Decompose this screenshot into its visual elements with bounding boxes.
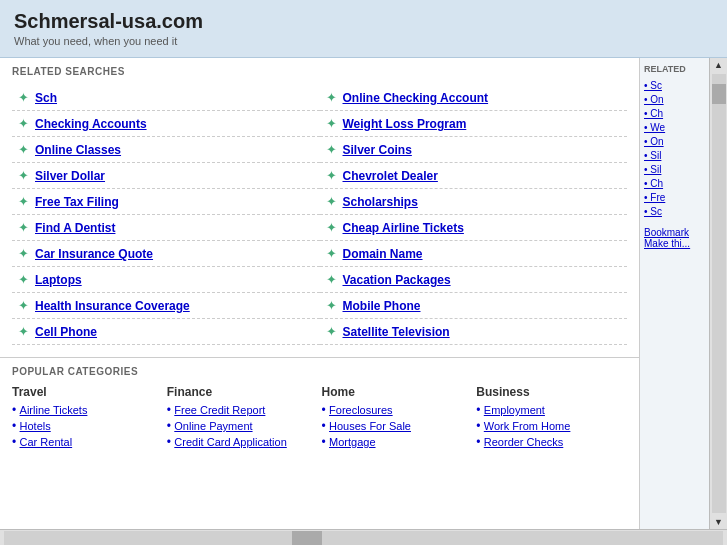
sidebar-link[interactable]: • Fre bbox=[644, 192, 705, 203]
h-scroll-thumb[interactable] bbox=[292, 531, 322, 545]
link-silver-coins[interactable]: Silver Coins bbox=[343, 143, 412, 157]
link-sch[interactable]: Sch bbox=[35, 91, 57, 105]
link-chevrolet-dealer[interactable]: Chevrolet Dealer bbox=[343, 169, 438, 183]
link-reorder-checks[interactable]: Reorder Checks bbox=[484, 436, 563, 448]
scroll-up-button[interactable]: ▲ bbox=[712, 58, 725, 72]
link-houses-for-sale[interactable]: Houses For Sale bbox=[329, 420, 411, 432]
link-free-credit-report[interactable]: Free Credit Report bbox=[174, 404, 265, 416]
list-item: ✦ Silver Dollar bbox=[12, 163, 320, 189]
right-sidebar-title: RELATED bbox=[644, 64, 705, 74]
list-item: Free Credit Report bbox=[167, 403, 318, 417]
arrow-icon: ✦ bbox=[326, 272, 337, 287]
list-item: Foreclosures bbox=[322, 403, 473, 417]
link-hotels[interactable]: Hotels bbox=[20, 420, 51, 432]
link-checking-accounts[interactable]: Checking Accounts bbox=[35, 117, 147, 131]
list-item: ✦ Find A Dentist bbox=[12, 215, 320, 241]
link-online-payment[interactable]: Online Payment bbox=[174, 420, 252, 432]
list-item: ✦ Sch bbox=[12, 85, 320, 111]
link-cheap-airline-tickets[interactable]: Cheap Airline Tickets bbox=[343, 221, 464, 235]
list-item: Hotels bbox=[12, 419, 163, 433]
vertical-scrollbar[interactable]: ▲ ▼ bbox=[709, 58, 727, 529]
arrow-icon: ✦ bbox=[326, 324, 337, 339]
link-work-from-home[interactable]: Work From Home bbox=[484, 420, 571, 432]
link-vacation-packages[interactable]: Vacation Packages bbox=[343, 273, 451, 287]
list-item: Car Rental bbox=[12, 435, 163, 449]
link-weight-loss-program[interactable]: Weight Loss Program bbox=[343, 117, 467, 131]
horizontal-scrollbar[interactable] bbox=[0, 529, 727, 545]
list-item: ✦ Laptops bbox=[12, 267, 320, 293]
list-item: ✦ Car Insurance Quote bbox=[12, 241, 320, 267]
list-item: ✦ Health Insurance Coverage bbox=[12, 293, 320, 319]
link-cell-phone[interactable]: Cell Phone bbox=[35, 325, 97, 339]
popular-categories-title: POPULAR CATEGORIES bbox=[12, 366, 627, 377]
sidebar-link[interactable]: • Sil bbox=[644, 164, 705, 175]
scroll-track bbox=[712, 74, 726, 513]
category-home-title: Home bbox=[322, 385, 473, 399]
link-foreclosures[interactable]: Foreclosures bbox=[329, 404, 393, 416]
list-item: Work From Home bbox=[476, 419, 627, 433]
arrow-icon: ✦ bbox=[18, 272, 29, 287]
bookmark-link[interactable]: Bookmark Make thi... bbox=[644, 227, 705, 249]
list-item: Online Payment bbox=[167, 419, 318, 433]
category-home: Home Foreclosures Houses For Sale Mortga… bbox=[322, 385, 473, 451]
list-item: ✦ Cell Phone bbox=[12, 319, 320, 345]
header: Schmersal-usa.com What you need, when yo… bbox=[0, 0, 727, 58]
arrow-icon: ✦ bbox=[326, 168, 337, 183]
site-title: Schmersal-usa.com bbox=[14, 10, 713, 33]
link-credit-card-application[interactable]: Credit Card Application bbox=[174, 436, 287, 448]
link-online-checking-account[interactable]: Online Checking Account bbox=[343, 91, 489, 105]
arrow-icon: ✦ bbox=[326, 90, 337, 105]
sidebar-link[interactable]: • We bbox=[644, 122, 705, 133]
link-domain-name[interactable]: Domain Name bbox=[343, 247, 423, 261]
arrow-icon: ✦ bbox=[18, 168, 29, 183]
sidebar-link[interactable]: • Ch bbox=[644, 178, 705, 189]
right-sidebar: RELATED • Sc • On • Ch • We • On • Sil •… bbox=[639, 58, 709, 529]
link-health-insurance-coverage[interactable]: Health Insurance Coverage bbox=[35, 299, 190, 313]
arrow-icon: ✦ bbox=[326, 220, 337, 235]
link-online-classes[interactable]: Online Classes bbox=[35, 143, 121, 157]
link-laptops[interactable]: Laptops bbox=[35, 273, 82, 287]
left-links-col: ✦ Sch ✦ Checking Accounts ✦ Online Class… bbox=[12, 85, 320, 345]
main-panel: RELATED SEARCHES ✦ Sch ✦ Checking Accoun… bbox=[0, 58, 639, 529]
list-item: ✦ Domain Name bbox=[320, 241, 628, 267]
list-item: ✦ Scholarships bbox=[320, 189, 628, 215]
link-airline-tickets[interactable]: Airline Tickets bbox=[20, 404, 88, 416]
arrow-icon: ✦ bbox=[18, 324, 29, 339]
arrow-icon: ✦ bbox=[18, 298, 29, 313]
list-item: Mortgage bbox=[322, 435, 473, 449]
site-subtitle: What you need, when you need it bbox=[14, 35, 713, 47]
list-item: ✦ Cheap Airline Tickets bbox=[320, 215, 628, 241]
link-scholarships[interactable]: Scholarships bbox=[343, 195, 418, 209]
link-mortgage[interactable]: Mortgage bbox=[329, 436, 375, 448]
list-item: ✦ Weight Loss Program bbox=[320, 111, 628, 137]
sidebar-link[interactable]: • On bbox=[644, 94, 705, 105]
list-item: Employment bbox=[476, 403, 627, 417]
arrow-icon: ✦ bbox=[18, 194, 29, 209]
list-item: ✦ Free Tax Filing bbox=[12, 189, 320, 215]
sidebar-link[interactable]: • Sil bbox=[644, 150, 705, 161]
arrow-icon: ✦ bbox=[326, 246, 337, 261]
popular-categories-section: POPULAR CATEGORIES Travel Airline Ticket… bbox=[0, 357, 639, 459]
arrow-icon: ✦ bbox=[326, 116, 337, 131]
arrow-icon: ✦ bbox=[18, 246, 29, 261]
link-satellite-television[interactable]: Satellite Television bbox=[343, 325, 450, 339]
link-employment[interactable]: Employment bbox=[484, 404, 545, 416]
sidebar-link[interactable]: • Ch bbox=[644, 108, 705, 119]
arrow-icon: ✦ bbox=[326, 298, 337, 313]
link-car-insurance-quote[interactable]: Car Insurance Quote bbox=[35, 247, 153, 261]
categories-grid: Travel Airline Tickets Hotels Car Rental… bbox=[12, 385, 627, 451]
link-find-a-dentist[interactable]: Find A Dentist bbox=[35, 221, 115, 235]
arrow-icon: ✦ bbox=[326, 194, 337, 209]
link-silver-dollar[interactable]: Silver Dollar bbox=[35, 169, 105, 183]
sidebar-link[interactable]: • On bbox=[644, 136, 705, 147]
scroll-thumb[interactable] bbox=[712, 84, 726, 104]
link-free-tax-filing[interactable]: Free Tax Filing bbox=[35, 195, 119, 209]
link-mobile-phone[interactable]: Mobile Phone bbox=[343, 299, 421, 313]
sidebar-link[interactable]: • Sc bbox=[644, 80, 705, 91]
link-car-rental[interactable]: Car Rental bbox=[20, 436, 73, 448]
sidebar-link[interactable]: • Sc bbox=[644, 206, 705, 217]
list-item: ✦ Silver Coins bbox=[320, 137, 628, 163]
category-business-title: Business bbox=[476, 385, 627, 399]
scroll-down-button[interactable]: ▼ bbox=[712, 515, 725, 529]
arrow-icon: ✦ bbox=[18, 90, 29, 105]
